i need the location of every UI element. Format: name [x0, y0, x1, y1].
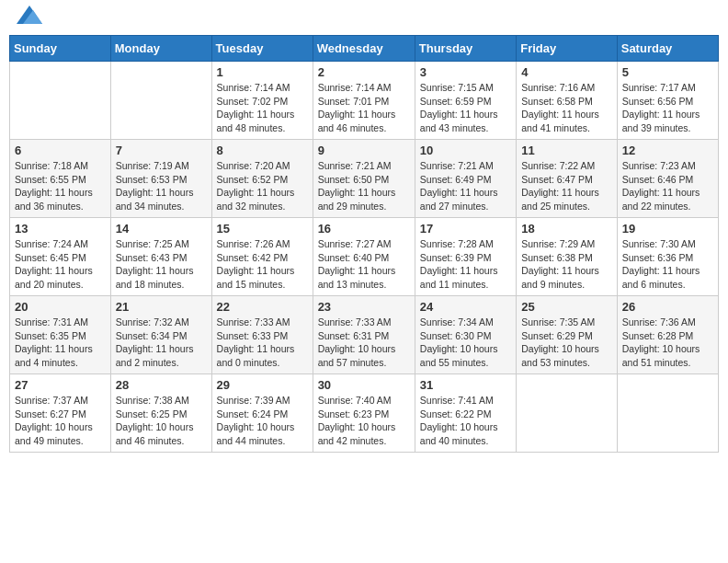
day-info: Sunrise: 7:15 AM Sunset: 6:59 PM Dayligh…: [420, 81, 511, 135]
calendar-cell: 31Sunrise: 7:41 AM Sunset: 6:22 PM Dayli…: [415, 374, 516, 453]
day-number: 8: [217, 144, 308, 157]
day-number: 16: [318, 222, 410, 236]
calendar-cell: 12Sunrise: 7:23 AM Sunset: 6:46 PM Dayli…: [617, 140, 718, 218]
day-info: Sunrise: 7:39 AM Sunset: 6:24 PM Dayligh…: [217, 394, 308, 448]
calendar-cell: 10Sunrise: 7:21 AM Sunset: 6:49 PM Dayli…: [415, 140, 516, 218]
day-info: Sunrise: 7:41 AM Sunset: 6:22 PM Dayligh…: [420, 394, 511, 448]
header-sunday: Sunday: [10, 36, 111, 62]
day-number: 31: [420, 378, 511, 392]
calendar-cell: 26Sunrise: 7:36 AM Sunset: 6:28 PM Dayli…: [617, 296, 718, 374]
day-info: Sunrise: 7:25 AM Sunset: 6:43 PM Dayligh…: [116, 237, 207, 292]
day-info: Sunrise: 7:14 AM Sunset: 7:01 PM Dayligh…: [318, 81, 410, 135]
day-number: 19: [622, 222, 713, 236]
calendar-cell: 17Sunrise: 7:28 AM Sunset: 6:39 PM Dayli…: [415, 218, 516, 296]
calendar-week-2: 6Sunrise: 7:18 AM Sunset: 6:55 PM Daylig…: [10, 140, 719, 218]
day-number: 18: [521, 222, 612, 236]
day-info: Sunrise: 7:23 AM Sunset: 6:46 PM Dayligh…: [622, 159, 713, 213]
day-info: Sunrise: 7:28 AM Sunset: 6:39 PM Dayligh…: [420, 237, 511, 292]
day-number: 26: [622, 300, 713, 314]
day-number: 22: [217, 300, 308, 314]
day-info: Sunrise: 7:16 AM Sunset: 6:58 PM Dayligh…: [521, 81, 612, 135]
day-number: 12: [622, 144, 713, 157]
day-info: Sunrise: 7:21 AM Sunset: 6:49 PM Dayligh…: [420, 159, 511, 213]
logo: [15, 13, 42, 24]
day-info: Sunrise: 7:38 AM Sunset: 6:25 PM Dayligh…: [116, 394, 207, 448]
day-number: 28: [116, 378, 207, 392]
calendar-cell: 23Sunrise: 7:33 AM Sunset: 6:31 PM Dayli…: [313, 296, 415, 374]
calendar-cell: [617, 374, 718, 453]
calendar-week-3: 13Sunrise: 7:24 AM Sunset: 6:45 PM Dayli…: [10, 218, 719, 296]
day-info: Sunrise: 7:27 AM Sunset: 6:40 PM Dayligh…: [318, 237, 410, 292]
day-number: 23: [318, 300, 410, 314]
day-number: 21: [116, 300, 207, 314]
calendar-cell: 14Sunrise: 7:25 AM Sunset: 6:43 PM Dayli…: [110, 218, 211, 296]
calendar-cell: 9Sunrise: 7:21 AM Sunset: 6:50 PM Daylig…: [313, 140, 415, 218]
day-number: 3: [420, 65, 511, 79]
header-thursday: Thursday: [415, 36, 516, 62]
calendar-cell: 18Sunrise: 7:29 AM Sunset: 6:38 PM Dayli…: [517, 218, 618, 296]
header-monday: Monday: [110, 36, 211, 62]
day-number: 7: [116, 144, 207, 157]
calendar-cell: 20Sunrise: 7:31 AM Sunset: 6:35 PM Dayli…: [10, 296, 111, 374]
calendar-cell: 15Sunrise: 7:26 AM Sunset: 6:42 PM Dayli…: [211, 218, 313, 296]
day-info: Sunrise: 7:19 AM Sunset: 6:53 PM Dayligh…: [116, 159, 207, 213]
day-number: 10: [420, 144, 511, 157]
header-wednesday: Wednesday: [313, 36, 415, 62]
day-number: 25: [521, 300, 612, 314]
calendar-cell: 24Sunrise: 7:34 AM Sunset: 6:30 PM Dayli…: [415, 296, 516, 374]
calendar-week-5: 27Sunrise: 7:37 AM Sunset: 6:27 PM Dayli…: [10, 374, 719, 453]
calendar-cell: 6Sunrise: 7:18 AM Sunset: 6:55 PM Daylig…: [10, 140, 111, 218]
calendar-cell: 7Sunrise: 7:19 AM Sunset: 6:53 PM Daylig…: [110, 140, 211, 218]
calendar-cell: 30Sunrise: 7:40 AM Sunset: 6:23 PM Dayli…: [313, 374, 415, 453]
day-info: Sunrise: 7:34 AM Sunset: 6:30 PM Dayligh…: [420, 316, 511, 370]
day-info: Sunrise: 7:33 AM Sunset: 6:31 PM Dayligh…: [318, 316, 410, 370]
page-header: [9, 9, 719, 28]
day-info: Sunrise: 7:20 AM Sunset: 6:52 PM Dayligh…: [217, 159, 308, 213]
day-info: Sunrise: 7:22 AM Sunset: 6:47 PM Dayligh…: [521, 159, 612, 213]
day-number: 13: [15, 222, 106, 236]
day-info: Sunrise: 7:24 AM Sunset: 6:45 PM Dayligh…: [15, 237, 106, 292]
calendar-cell: 1Sunrise: 7:14 AM Sunset: 7:02 PM Daylig…: [211, 62, 313, 140]
day-info: Sunrise: 7:32 AM Sunset: 6:34 PM Dayligh…: [116, 316, 207, 370]
calendar-cell: 27Sunrise: 7:37 AM Sunset: 6:27 PM Dayli…: [10, 374, 111, 453]
day-number: 30: [318, 378, 410, 392]
logo-icon: [17, 6, 42, 24]
calendar-cell: 25Sunrise: 7:35 AM Sunset: 6:29 PM Dayli…: [517, 296, 618, 374]
day-info: Sunrise: 7:30 AM Sunset: 6:36 PM Dayligh…: [622, 237, 713, 292]
calendar-cell: 4Sunrise: 7:16 AM Sunset: 6:58 PM Daylig…: [517, 62, 618, 140]
day-number: 9: [318, 144, 410, 157]
day-number: 4: [521, 65, 612, 79]
day-info: Sunrise: 7:37 AM Sunset: 6:27 PM Dayligh…: [15, 394, 106, 448]
calendar-week-1: 1Sunrise: 7:14 AM Sunset: 7:02 PM Daylig…: [10, 62, 719, 140]
day-number: 5: [622, 65, 713, 79]
day-number: 24: [420, 300, 511, 314]
day-info: Sunrise: 7:35 AM Sunset: 6:29 PM Dayligh…: [521, 316, 612, 370]
day-number: 29: [217, 378, 308, 392]
calendar-cell: [517, 374, 618, 453]
calendar-cell: 3Sunrise: 7:15 AM Sunset: 6:59 PM Daylig…: [415, 62, 516, 140]
calendar-cell: 19Sunrise: 7:30 AM Sunset: 6:36 PM Dayli…: [617, 218, 718, 296]
calendar-cell: 16Sunrise: 7:27 AM Sunset: 6:40 PM Dayli…: [313, 218, 415, 296]
day-number: 2: [318, 65, 410, 79]
calendar-cell: 22Sunrise: 7:33 AM Sunset: 6:33 PM Dayli…: [211, 296, 313, 374]
day-info: Sunrise: 7:26 AM Sunset: 6:42 PM Dayligh…: [217, 237, 308, 292]
calendar-cell: 2Sunrise: 7:14 AM Sunset: 7:01 PM Daylig…: [313, 62, 415, 140]
calendar-cell: 13Sunrise: 7:24 AM Sunset: 6:45 PM Dayli…: [10, 218, 111, 296]
day-info: Sunrise: 7:33 AM Sunset: 6:33 PM Dayligh…: [217, 316, 308, 370]
day-number: 11: [521, 144, 612, 157]
day-number: 6: [15, 144, 106, 157]
calendar-cell: 11Sunrise: 7:22 AM Sunset: 6:47 PM Dayli…: [517, 140, 618, 218]
header-saturday: Saturday: [617, 36, 718, 62]
calendar-cell: 8Sunrise: 7:20 AM Sunset: 6:52 PM Daylig…: [211, 140, 313, 218]
day-info: Sunrise: 7:18 AM Sunset: 6:55 PM Dayligh…: [15, 159, 106, 213]
day-number: 17: [420, 222, 511, 236]
calendar-cell: [110, 62, 211, 140]
day-number: 14: [116, 222, 207, 236]
day-number: 20: [15, 300, 106, 314]
day-number: 1: [217, 65, 308, 79]
calendar-header-row: SundayMondayTuesdayWednesdayThursdayFrid…: [10, 36, 719, 62]
header-friday: Friday: [517, 36, 618, 62]
day-number: 27: [15, 378, 106, 392]
day-info: Sunrise: 7:40 AM Sunset: 6:23 PM Dayligh…: [318, 394, 410, 448]
calendar-cell: [10, 62, 111, 140]
